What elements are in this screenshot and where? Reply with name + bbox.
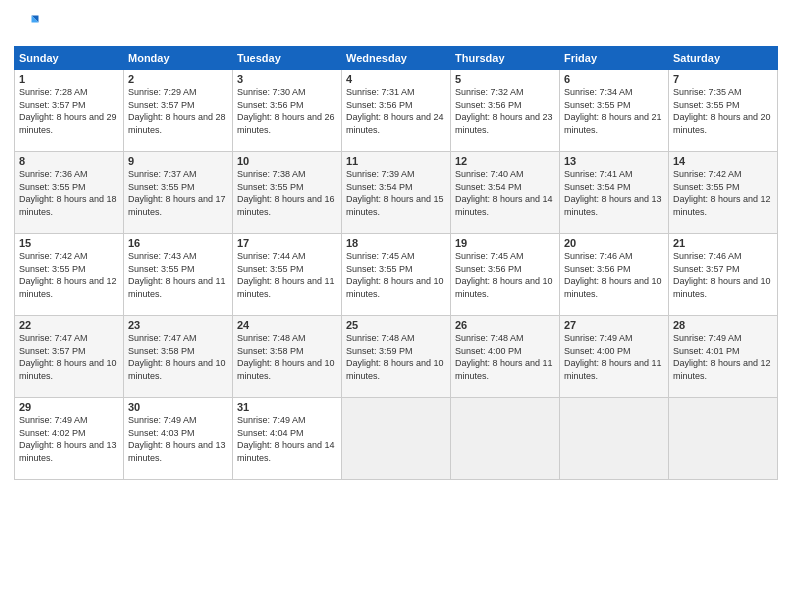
day-info: Sunrise: 7:49 AMSunset: 4:03 PMDaylight:…: [128, 414, 228, 464]
calendar-cell: 3Sunrise: 7:30 AMSunset: 3:56 PMDaylight…: [233, 70, 342, 152]
day-info: Sunrise: 7:32 AMSunset: 3:56 PMDaylight:…: [455, 86, 555, 136]
day-info: Sunrise: 7:40 AMSunset: 3:54 PMDaylight:…: [455, 168, 555, 218]
day-info: Sunrise: 7:46 AMSunset: 3:57 PMDaylight:…: [673, 250, 773, 300]
calendar-cell: 1Sunrise: 7:28 AMSunset: 3:57 PMDaylight…: [15, 70, 124, 152]
calendar-cell: 24Sunrise: 7:48 AMSunset: 3:58 PMDayligh…: [233, 316, 342, 398]
calendar-cell: 26Sunrise: 7:48 AMSunset: 4:00 PMDayligh…: [451, 316, 560, 398]
calendar-cell: [560, 398, 669, 480]
day-number: 1: [19, 73, 119, 85]
day-info: Sunrise: 7:29 AMSunset: 3:57 PMDaylight:…: [128, 86, 228, 136]
calendar-cell: 8Sunrise: 7:36 AMSunset: 3:55 PMDaylight…: [15, 152, 124, 234]
week-row-4: 22Sunrise: 7:47 AMSunset: 3:57 PMDayligh…: [15, 316, 778, 398]
week-row-3: 15Sunrise: 7:42 AMSunset: 3:55 PMDayligh…: [15, 234, 778, 316]
calendar-cell: 20Sunrise: 7:46 AMSunset: 3:56 PMDayligh…: [560, 234, 669, 316]
calendar-container: SundayMondayTuesdayWednesdayThursdayFrid…: [0, 0, 792, 612]
day-number: 28: [673, 319, 773, 331]
day-info: Sunrise: 7:28 AMSunset: 3:57 PMDaylight:…: [19, 86, 119, 136]
day-number: 20: [564, 237, 664, 249]
day-info: Sunrise: 7:45 AMSunset: 3:56 PMDaylight:…: [455, 250, 555, 300]
day-number: 7: [673, 73, 773, 85]
day-info: Sunrise: 7:41 AMSunset: 3:54 PMDaylight:…: [564, 168, 664, 218]
day-number: 22: [19, 319, 119, 331]
day-info: Sunrise: 7:46 AMSunset: 3:56 PMDaylight:…: [564, 250, 664, 300]
calendar-table: SundayMondayTuesdayWednesdayThursdayFrid…: [14, 46, 778, 480]
day-number: 24: [237, 319, 337, 331]
calendar-cell: 14Sunrise: 7:42 AMSunset: 3:55 PMDayligh…: [669, 152, 778, 234]
day-number: 12: [455, 155, 555, 167]
day-info: Sunrise: 7:49 AMSunset: 4:04 PMDaylight:…: [237, 414, 337, 464]
calendar-cell: 10Sunrise: 7:38 AMSunset: 3:55 PMDayligh…: [233, 152, 342, 234]
calendar-cell: [669, 398, 778, 480]
calendar-cell: 13Sunrise: 7:41 AMSunset: 3:54 PMDayligh…: [560, 152, 669, 234]
day-number: 11: [346, 155, 446, 167]
day-number: 27: [564, 319, 664, 331]
day-info: Sunrise: 7:38 AMSunset: 3:55 PMDaylight:…: [237, 168, 337, 218]
day-info: Sunrise: 7:47 AMSunset: 3:57 PMDaylight:…: [19, 332, 119, 382]
calendar-cell: 7Sunrise: 7:35 AMSunset: 3:55 PMDaylight…: [669, 70, 778, 152]
day-info: Sunrise: 7:30 AMSunset: 3:56 PMDaylight:…: [237, 86, 337, 136]
day-info: Sunrise: 7:47 AMSunset: 3:58 PMDaylight:…: [128, 332, 228, 382]
day-info: Sunrise: 7:48 AMSunset: 3:58 PMDaylight:…: [237, 332, 337, 382]
day-number: 3: [237, 73, 337, 85]
weekday-header-tuesday: Tuesday: [233, 47, 342, 70]
week-row-1: 1Sunrise: 7:28 AMSunset: 3:57 PMDaylight…: [15, 70, 778, 152]
calendar-cell: 25Sunrise: 7:48 AMSunset: 3:59 PMDayligh…: [342, 316, 451, 398]
day-info: Sunrise: 7:49 AMSunset: 4:02 PMDaylight:…: [19, 414, 119, 464]
calendar-cell: 30Sunrise: 7:49 AMSunset: 4:03 PMDayligh…: [124, 398, 233, 480]
day-number: 6: [564, 73, 664, 85]
day-info: Sunrise: 7:49 AMSunset: 4:01 PMDaylight:…: [673, 332, 773, 382]
week-row-5: 29Sunrise: 7:49 AMSunset: 4:02 PMDayligh…: [15, 398, 778, 480]
day-info: Sunrise: 7:44 AMSunset: 3:55 PMDaylight:…: [237, 250, 337, 300]
day-number: 10: [237, 155, 337, 167]
calendar-cell: 28Sunrise: 7:49 AMSunset: 4:01 PMDayligh…: [669, 316, 778, 398]
day-number: 14: [673, 155, 773, 167]
day-info: Sunrise: 7:42 AMSunset: 3:55 PMDaylight:…: [673, 168, 773, 218]
day-info: Sunrise: 7:35 AMSunset: 3:55 PMDaylight:…: [673, 86, 773, 136]
calendar-cell: 15Sunrise: 7:42 AMSunset: 3:55 PMDayligh…: [15, 234, 124, 316]
calendar-cell: [342, 398, 451, 480]
day-number: 13: [564, 155, 664, 167]
calendar-cell: [451, 398, 560, 480]
weekday-header-row: SundayMondayTuesdayWednesdayThursdayFrid…: [15, 47, 778, 70]
header: [14, 12, 778, 40]
day-number: 25: [346, 319, 446, 331]
day-info: Sunrise: 7:34 AMSunset: 3:55 PMDaylight:…: [564, 86, 664, 136]
weekday-header-monday: Monday: [124, 47, 233, 70]
calendar-cell: 27Sunrise: 7:49 AMSunset: 4:00 PMDayligh…: [560, 316, 669, 398]
calendar-cell: 23Sunrise: 7:47 AMSunset: 3:58 PMDayligh…: [124, 316, 233, 398]
calendar-cell: 19Sunrise: 7:45 AMSunset: 3:56 PMDayligh…: [451, 234, 560, 316]
calendar-cell: 18Sunrise: 7:45 AMSunset: 3:55 PMDayligh…: [342, 234, 451, 316]
calendar-cell: 17Sunrise: 7:44 AMSunset: 3:55 PMDayligh…: [233, 234, 342, 316]
calendar-cell: 6Sunrise: 7:34 AMSunset: 3:55 PMDaylight…: [560, 70, 669, 152]
calendar-cell: 29Sunrise: 7:49 AMSunset: 4:02 PMDayligh…: [15, 398, 124, 480]
day-number: 30: [128, 401, 228, 413]
day-info: Sunrise: 7:48 AMSunset: 4:00 PMDaylight:…: [455, 332, 555, 382]
day-number: 18: [346, 237, 446, 249]
day-number: 16: [128, 237, 228, 249]
day-number: 31: [237, 401, 337, 413]
day-info: Sunrise: 7:48 AMSunset: 3:59 PMDaylight:…: [346, 332, 446, 382]
weekday-header-friday: Friday: [560, 47, 669, 70]
calendar-cell: 16Sunrise: 7:43 AMSunset: 3:55 PMDayligh…: [124, 234, 233, 316]
day-number: 2: [128, 73, 228, 85]
weekday-header-saturday: Saturday: [669, 47, 778, 70]
day-number: 4: [346, 73, 446, 85]
calendar-cell: 12Sunrise: 7:40 AMSunset: 3:54 PMDayligh…: [451, 152, 560, 234]
day-number: 5: [455, 73, 555, 85]
day-info: Sunrise: 7:43 AMSunset: 3:55 PMDaylight:…: [128, 250, 228, 300]
day-number: 26: [455, 319, 555, 331]
calendar-cell: 11Sunrise: 7:39 AMSunset: 3:54 PMDayligh…: [342, 152, 451, 234]
day-info: Sunrise: 7:36 AMSunset: 3:55 PMDaylight:…: [19, 168, 119, 218]
week-row-2: 8Sunrise: 7:36 AMSunset: 3:55 PMDaylight…: [15, 152, 778, 234]
day-info: Sunrise: 7:39 AMSunset: 3:54 PMDaylight:…: [346, 168, 446, 218]
logo-icon: [14, 12, 42, 40]
weekday-header-sunday: Sunday: [15, 47, 124, 70]
day-info: Sunrise: 7:42 AMSunset: 3:55 PMDaylight:…: [19, 250, 119, 300]
calendar-cell: 31Sunrise: 7:49 AMSunset: 4:04 PMDayligh…: [233, 398, 342, 480]
day-info: Sunrise: 7:31 AMSunset: 3:56 PMDaylight:…: [346, 86, 446, 136]
calendar-cell: 4Sunrise: 7:31 AMSunset: 3:56 PMDaylight…: [342, 70, 451, 152]
day-number: 23: [128, 319, 228, 331]
calendar-cell: 9Sunrise: 7:37 AMSunset: 3:55 PMDaylight…: [124, 152, 233, 234]
logo: [14, 12, 46, 40]
calendar-cell: 5Sunrise: 7:32 AMSunset: 3:56 PMDaylight…: [451, 70, 560, 152]
